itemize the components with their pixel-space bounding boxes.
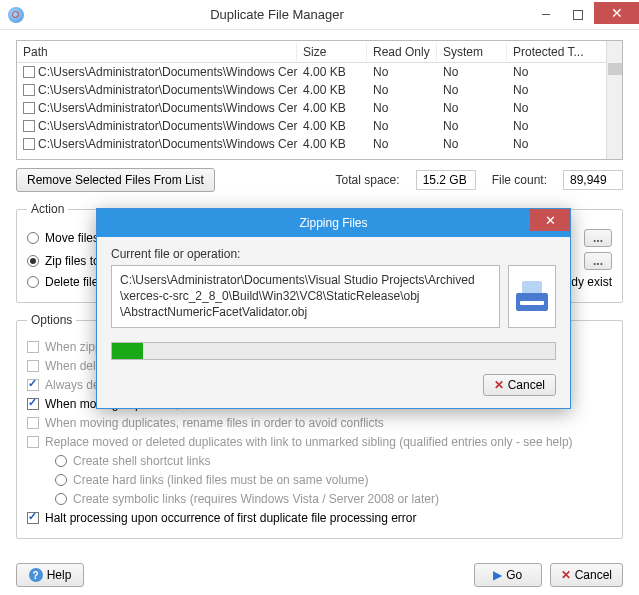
row-checkbox[interactable] (23, 84, 35, 96)
operation-icon-box (508, 265, 556, 328)
row-size: 4.00 KB (297, 119, 367, 133)
app-icon (8, 7, 24, 23)
titlebar: Duplicate File Manager ✕ (0, 0, 639, 30)
cancel-label: Cancel (575, 568, 612, 582)
row-checkbox[interactable] (23, 102, 35, 114)
radio-shell-links[interactable] (55, 455, 67, 467)
dialog-titlebar[interactable]: Zipping Files ✕ (97, 209, 570, 237)
cancel-icon: ✕ (561, 568, 571, 582)
bottom-bar: ? Help ▶ Go ✕ Cancel (16, 563, 623, 587)
maximize-button[interactable] (562, 4, 594, 26)
window-title: Duplicate File Manager (24, 7, 530, 22)
help-icon: ? (29, 568, 43, 582)
total-space-value: 15.2 GB (416, 170, 476, 190)
radio-move[interactable] (27, 232, 39, 244)
check-when-zip[interactable] (27, 341, 39, 353)
hard-links-label: Create hard links (linked files must be … (73, 473, 368, 487)
row-system: No (437, 65, 507, 79)
check-when-del[interactable] (27, 360, 39, 372)
move-browse-button[interactable]: ... (584, 229, 612, 247)
row-system: No (437, 83, 507, 97)
remove-selected-button[interactable]: Remove Selected Files From List (16, 168, 215, 192)
total-space-label: Total space: (336, 173, 400, 187)
halt-error-label: Halt processing upon occurrence of first… (45, 511, 417, 525)
radio-hard-links[interactable] (55, 474, 67, 486)
row-size: 4.00 KB (297, 137, 367, 151)
dialog-cancel-label: Cancel (508, 378, 545, 392)
table-row[interactable]: C:\Users\Administrator\Documents\Windows… (17, 117, 622, 135)
help-button[interactable]: ? Help (16, 563, 84, 587)
table-row[interactable]: C:\Users\Administrator\Documents\Windows… (17, 99, 622, 117)
col-size[interactable]: Size (297, 43, 367, 61)
row-system: No (437, 101, 507, 115)
current-file-path: C:\Users\Administrator\Documents\Visual … (111, 265, 500, 328)
progress-fill (112, 343, 143, 359)
col-protected[interactable]: Protected T... (507, 43, 622, 61)
check-always-del[interactable] (27, 379, 39, 391)
row-size: 4.00 KB (297, 65, 367, 79)
go-button[interactable]: ▶ Go (474, 563, 542, 587)
row-protected: No (507, 65, 622, 79)
check-retain-folder[interactable] (27, 398, 39, 410)
row-readonly: No (367, 65, 437, 79)
always-del-label: Always del (45, 378, 102, 392)
symbolic-links-label: Create symbolic links (requires Windows … (73, 492, 439, 506)
radio-symbolic-links[interactable] (55, 493, 67, 505)
col-system[interactable]: System (437, 43, 507, 61)
dialog-cancel-button[interactable]: ✕ Cancel (483, 374, 556, 396)
rename-avoid-label: When moving duplicates, rename files in … (45, 416, 384, 430)
col-readonly[interactable]: Read Only (367, 43, 437, 61)
dialog-close-button[interactable]: ✕ (530, 209, 570, 231)
file-count-label: File count: (492, 173, 547, 187)
row-checkbox[interactable] (23, 120, 35, 132)
dialog-title: Zipping Files (299, 216, 367, 230)
row-path: C:\Users\Administrator\Documents\Windows… (38, 101, 297, 115)
replace-link-label: Replace moved or deleted duplicates with… (45, 435, 573, 449)
table-scrollbar[interactable] (606, 41, 622, 159)
zip-browse-button[interactable]: ... (584, 252, 612, 270)
col-path[interactable]: Path (17, 43, 297, 61)
row-protected: No (507, 119, 622, 133)
check-rename-avoid[interactable] (27, 417, 39, 429)
row-checkbox[interactable] (23, 138, 35, 150)
already-exist-text: dy exist (571, 275, 612, 289)
row-protected: No (507, 137, 622, 151)
radio-move-label: Move files (45, 231, 99, 245)
shell-links-label: Create shell shortcut links (73, 454, 210, 468)
row-readonly: No (367, 119, 437, 133)
when-del-label: When dele (45, 359, 102, 373)
check-replace-link[interactable] (27, 436, 39, 448)
table-row[interactable]: C:\Users\Administrator\Documents\Windows… (17, 135, 622, 153)
minimize-button[interactable] (530, 4, 562, 26)
row-readonly: No (367, 83, 437, 97)
row-readonly: No (367, 101, 437, 115)
row-path: C:\Users\Administrator\Documents\Windows… (38, 83, 297, 97)
row-protected: No (507, 101, 622, 115)
progress-bar (111, 342, 556, 360)
check-halt-error[interactable] (27, 512, 39, 524)
go-label: Go (506, 568, 522, 582)
row-protected: No (507, 83, 622, 97)
file-table[interactable]: Path Size Read Only System Protected T..… (16, 40, 623, 160)
printer-icon (516, 281, 548, 311)
row-system: No (437, 119, 507, 133)
row-system: No (437, 137, 507, 151)
row-size: 4.00 KB (297, 83, 367, 97)
options-legend: Options (27, 313, 76, 327)
row-path: C:\Users\Administrator\Documents\Windows… (38, 137, 297, 151)
table-header: Path Size Read Only System Protected T..… (17, 41, 622, 63)
radio-zip-label: Zip files to: (45, 254, 103, 268)
play-icon: ▶ (493, 568, 502, 582)
row-path: C:\Users\Administrator\Documents\Windows… (38, 65, 297, 79)
row-checkbox[interactable] (23, 66, 35, 78)
toolbar: Remove Selected Files From List Total sp… (16, 168, 623, 192)
table-row[interactable]: C:\Users\Administrator\Documents\Windows… (17, 81, 622, 99)
close-button[interactable]: ✕ (594, 2, 639, 24)
cancel-button[interactable]: ✕ Cancel (550, 563, 623, 587)
table-row[interactable]: C:\Users\Administrator\Documents\Windows… (17, 63, 622, 81)
help-label: Help (47, 568, 72, 582)
radio-delete[interactable] (27, 276, 39, 288)
row-path: C:\Users\Administrator\Documents\Windows… (38, 119, 297, 133)
action-legend: Action (27, 202, 68, 216)
radio-zip[interactable] (27, 255, 39, 267)
